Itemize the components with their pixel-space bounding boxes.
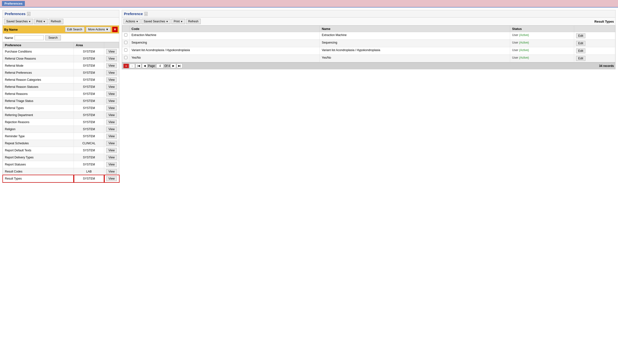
left-print-button[interactable]: Print ▼ (34, 19, 48, 24)
status-user: User (512, 48, 519, 52)
view-button[interactable]: View (106, 91, 117, 96)
area-cell: SYSTEM (74, 98, 104, 105)
page-input[interactable] (156, 64, 164, 68)
action-cell: View (104, 119, 119, 126)
right-actions-button[interactable]: Actions ▼ (123, 19, 140, 24)
first-page-button[interactable]: |◀ (136, 64, 141, 68)
preference-cell: Referral Types (3, 105, 74, 112)
more-actions-button[interactable]: More Actions ▼ (86, 27, 111, 32)
action-cell: Edit (574, 40, 615, 47)
add-record-button[interactable]: + (123, 64, 129, 68)
view-button[interactable]: View (106, 120, 117, 125)
records-count: 34 records (599, 64, 614, 68)
col-status: Status (510, 26, 574, 32)
action-cell: View (104, 48, 119, 55)
view-button[interactable]: View (106, 127, 117, 132)
right-print-arrow-icon: ▼ (180, 20, 183, 23)
action-cell: View (104, 168, 119, 175)
row-checkbox[interactable] (124, 48, 127, 52)
preference-cell: Referral Reason Statuses (3, 83, 74, 91)
table-row: Report StatusesSYSTEMView (3, 161, 119, 168)
view-button[interactable]: View (106, 106, 117, 110)
action-cell: Edit (574, 32, 615, 40)
status-active: (Active) (519, 41, 529, 44)
close-button[interactable]: ✕ (112, 27, 118, 32)
next-page-button[interactable]: ▶ (171, 64, 176, 68)
row-checkbox[interactable] (124, 41, 127, 44)
table-row: Referral Reason StatusesSYSTEMView (3, 83, 119, 91)
preference-cell: Report Default Texts (3, 147, 74, 154)
preference-cell: Reminder Type (3, 133, 74, 140)
edit-button[interactable]: Edit (576, 33, 586, 38)
table-row: Purchase ConditionsSYSTEMView (3, 48, 119, 55)
left-panel: Preferences - Saved Searches ▼ Print ▼ R… (2, 10, 119, 182)
view-button[interactable]: View (106, 169, 117, 174)
page-of: Of 4 (164, 64, 170, 68)
prev-page-button[interactable]: ◀ (142, 64, 147, 68)
col-preference: Preference (3, 42, 74, 48)
left-saved-searches-button[interactable]: Saved Searches ▼ (4, 19, 33, 24)
table-row: Yes/NoYes/NoUser (Active)Edit (122, 55, 615, 62)
right-saved-searches-button[interactable]: Saved Searches ▼ (141, 19, 170, 24)
right-panel-collapse-button[interactable]: - (144, 12, 148, 16)
preference-cell: Referral Triage Status (3, 98, 74, 105)
view-button[interactable]: View (106, 113, 117, 117)
status-user: User (512, 33, 519, 37)
right-panel-title: Preference (124, 12, 143, 16)
status-active: (Active) (519, 48, 529, 52)
remove-record-button[interactable]: − (130, 64, 135, 68)
name-input[interactable] (15, 35, 44, 40)
view-button[interactable]: View (106, 134, 117, 139)
action-cell: View (104, 161, 119, 168)
last-page-button[interactable]: ▶| (177, 64, 182, 68)
row-checkbox[interactable] (124, 56, 127, 59)
edit-search-button[interactable]: Edit Search (65, 27, 84, 32)
preference-cell: Rejection Reasons (3, 119, 74, 126)
table-row: Referral ReasonsSYSTEMView (3, 91, 119, 98)
preference-cell: Referral Reasons (3, 91, 74, 98)
status-user: User (512, 56, 519, 59)
action-cell: Edit (574, 47, 615, 55)
view-button[interactable]: View (106, 155, 117, 160)
action-cell: View (104, 83, 119, 91)
view-button[interactable]: View (106, 49, 117, 54)
edit-button[interactable]: Edit (576, 41, 586, 46)
view-button[interactable]: View (106, 56, 117, 61)
table-row: ReligionSYSTEMView (3, 126, 119, 133)
status-cell: User (Active) (510, 47, 574, 55)
search-button[interactable]: Search (45, 35, 61, 40)
view-button[interactable]: View (106, 77, 117, 82)
result-types-table: Code Name Status Extraction MachineExtra… (122, 26, 615, 62)
left-panel-collapse-button[interactable]: - (27, 12, 30, 16)
area-cell: LAB (74, 168, 104, 175)
row-checkbox[interactable] (124, 33, 127, 37)
view-button[interactable]: View (106, 141, 117, 146)
table-row: Result TypesSYSTEMView (3, 175, 119, 182)
view-button[interactable]: View (106, 148, 117, 153)
right-panel-header: Preference - (122, 10, 615, 17)
left-panel-header: Preferences - (3, 10, 119, 17)
action-cell: View (104, 69, 119, 76)
action-cell: View (104, 76, 119, 83)
view-button[interactable]: View (106, 176, 117, 181)
checkbox-cell (122, 40, 130, 47)
name-cell: Variant list Acondroplasia / Hypokondrop… (320, 47, 510, 55)
status-active: (Active) (519, 33, 529, 37)
edit-button[interactable]: Edit (576, 48, 586, 53)
action-cell: View (104, 112, 119, 119)
right-refresh-button[interactable]: Refresh (186, 19, 201, 24)
table-row: Reminder TypeSYSTEMView (3, 133, 119, 140)
right-print-button[interactable]: Print ▼ (171, 19, 185, 24)
edit-button[interactable]: Edit (576, 56, 586, 61)
preference-cell: Purchase Conditions (3, 48, 74, 55)
view-button[interactable]: View (106, 63, 117, 68)
view-button[interactable]: View (106, 70, 117, 75)
left-refresh-button[interactable]: Refresh (49, 19, 63, 24)
action-cell: Edit (574, 55, 615, 62)
view-button[interactable]: View (106, 84, 117, 89)
view-button[interactable]: View (106, 99, 117, 104)
table-row: Repeat SchedulesCLINICALView (3, 140, 119, 147)
view-button[interactable]: View (106, 162, 117, 167)
action-cell: View (104, 133, 119, 140)
search-bar: By Name Edit Search More Actions ▼ ✕ (3, 26, 119, 34)
